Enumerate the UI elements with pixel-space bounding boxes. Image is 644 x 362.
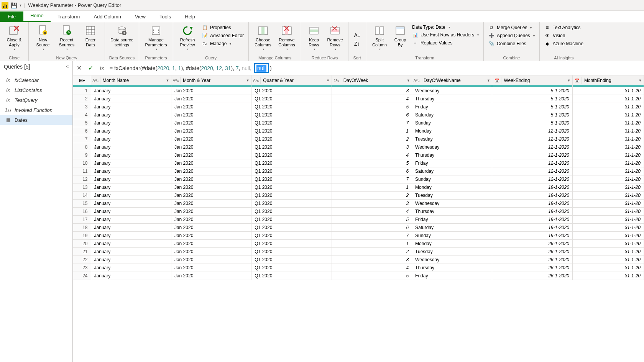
cell[interactable]: 31-1-20 [572,175,644,183]
cell[interactable]: Wednesday [412,87,492,95]
cell[interactable]: Sunday [412,232,492,240]
advanced-editor-button[interactable]: 📝Advanced Editor [200,32,245,39]
cell[interactable]: Q1 2020 [251,192,332,200]
text-type-icon[interactable]: Aᴮc [91,77,100,84]
cell[interactable]: 1 [332,240,412,248]
cell[interactable]: Q1 2020 [251,232,332,240]
cell[interactable]: 26-1-2020 [492,240,572,248]
cell[interactable]: Monday [412,127,492,135]
cell[interactable]: 7 [332,175,412,183]
cell[interactable]: 31-1-20 [572,103,644,111]
cell[interactable]: 12-1-2020 [492,127,572,135]
cell[interactable]: Jan 2020 [171,95,251,103]
table-row[interactable]: 7JanuaryJan 2020Q1 20202Tuesday12-1-2020… [73,135,644,143]
query-item-listcontains[interactable]: fxListContains [0,85,72,95]
cell[interactable]: Jan 2020 [171,87,251,95]
cell[interactable]: Jan 2020 [171,175,251,183]
cell[interactable]: Monday [412,183,492,192]
merge-queries-button[interactable]: ⧉Merge Queries [487,24,536,31]
cell[interactable]: January [91,240,171,248]
replace-values-button[interactable]: ↔Replace Values [411,39,480,47]
text-type-icon[interactable]: Aᴮc [251,77,261,84]
cell[interactable]: 7 [332,119,412,127]
table-row[interactable]: 1JanuaryJan 2020Q1 20203Wednesday5-1-202… [73,87,644,95]
column-filter-button[interactable]: ▼ [325,79,332,82]
qat-dropdown-icon[interactable]: ▾ [20,3,21,7]
fx-icon[interactable]: fx [98,64,106,72]
cell[interactable]: 12-1-2020 [492,167,572,175]
column-header-quarter-year[interactable]: AᴮcQuarter & Year▼ [251,75,332,87]
text-analytics-button[interactable]: ≡Text Analytics [543,24,585,31]
cell[interactable]: Monday [412,240,492,248]
table-row[interactable]: 14JanuaryJan 2020Q1 20202Tuesday19-1-202… [73,192,644,200]
cell[interactable]: 26-1-2020 [492,264,572,272]
cell[interactable]: January [91,103,171,111]
cell[interactable]: 6 [332,111,412,119]
data-source-settings-button[interactable]: Data source settings [108,24,136,48]
cell[interactable]: January [91,192,171,200]
cell[interactable]: Jan 2020 [171,111,251,119]
table-row[interactable]: 11JanuaryJan 2020Q1 20206Saturday12-1-20… [73,167,644,175]
cell[interactable]: Saturday [412,167,492,175]
cell[interactable]: January [91,143,171,151]
cell[interactable]: Jan 2020 [171,264,251,272]
cell[interactable]: Friday [412,272,492,280]
cell[interactable]: 19-1-2020 [492,192,572,200]
cell[interactable]: January [91,208,171,216]
cell[interactable]: Q1 2020 [251,143,332,151]
cell[interactable]: Q1 2020 [251,200,332,208]
column-header-month-name[interactable]: AᴮcMonth Name▼ [91,75,171,87]
remove-columns-button[interactable]: Remove Columns [276,24,298,52]
table-row[interactable]: 8JanuaryJan 2020Q1 20203Wednesday12-1-20… [73,143,644,151]
cell[interactable]: Q1 2020 [251,224,332,232]
azure-ml-button[interactable]: ◆Azure Machine [543,40,585,48]
cell[interactable]: 3 [332,87,412,95]
cell[interactable]: 2 [332,135,412,143]
cell[interactable]: Jan 2020 [171,127,251,135]
properties-button[interactable]: 📋Properties [200,24,245,31]
date-type-icon[interactable]: 📅 [492,77,501,84]
cell[interactable]: Wednesday [412,256,492,264]
cell[interactable]: Jan 2020 [171,159,251,167]
cell[interactable]: Q1 2020 [251,87,332,95]
cell[interactable]: 31-1-20 [572,208,644,216]
cell[interactable]: 4 [332,208,412,216]
cell[interactable]: Q1 2020 [251,272,332,280]
cell[interactable]: Jan 2020 [171,248,251,256]
text-type-icon[interactable]: Aᴮc [412,77,421,84]
column-header-dayofweekname[interactable]: AᴮcDayOfWeekName▼ [412,75,492,87]
first-row-headers-button[interactable]: 📊Use First Row as Headers [411,31,480,39]
column-header-month-year[interactable]: AᴮcMonth & Year▼ [171,75,251,87]
cell[interactable]: 31-1-20 [572,87,644,95]
cell[interactable]: 31-1-20 [572,119,644,127]
cell[interactable]: Saturday [412,224,492,232]
cell[interactable]: 31-1-20 [572,232,644,240]
tab-add-column[interactable]: Add Column [87,11,128,22]
cell[interactable]: 31-1-20 [572,192,644,200]
cell[interactable]: January [91,216,171,224]
cell[interactable]: Jan 2020 [171,167,251,175]
cell[interactable]: 5-1-2020 [492,119,572,127]
cell[interactable]: 31-1-20 [572,200,644,208]
cell[interactable]: 5 [332,159,412,167]
table-row[interactable]: 22JanuaryJan 2020Q1 20203Wednesday26-1-2… [73,256,644,264]
cell[interactable]: 31-1-20 [572,272,644,280]
choose-columns-button[interactable]: Choose Columns [252,24,274,52]
refresh-preview-button[interactable]: Refresh Preview [176,24,199,52]
cell[interactable]: 2 [332,192,412,200]
cell[interactable]: January [91,248,171,256]
column-filter-button[interactable]: ▼ [405,79,412,82]
sort-desc-button[interactable]: Z↓ [354,41,360,47]
cell[interactable]: Q1 2020 [251,208,332,216]
cell[interactable]: 5-1-2020 [492,95,572,103]
cell[interactable]: 31-1-20 [572,127,644,135]
column-header-monthending[interactable]: 📅MonthEnding▼ [572,75,644,87]
cell[interactable]: 5 [332,272,412,280]
combine-files-button[interactable]: 📎Combine Files [487,40,536,48]
cell[interactable]: Saturday [412,111,492,119]
cell[interactable]: Wednesday [412,143,492,151]
column-filter-button[interactable]: ▼ [565,79,572,82]
table-row[interactable]: 17JanuaryJan 2020Q1 20205Friday19-1-2020… [73,216,644,224]
cell[interactable]: January [91,183,171,192]
cell[interactable]: 31-1-20 [572,216,644,224]
